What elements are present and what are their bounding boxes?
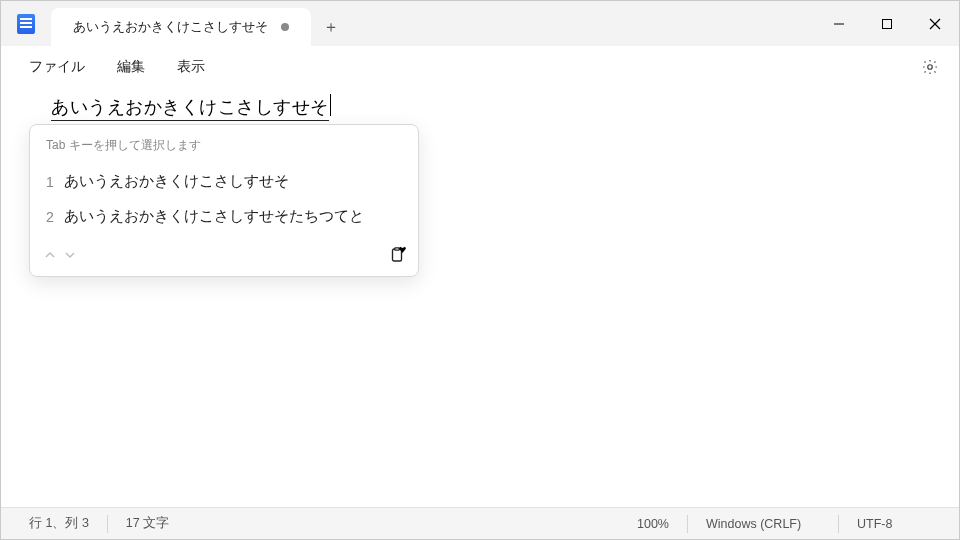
close-button[interactable]: [911, 1, 959, 46]
tab-title: あいうえおかきくけこさしすせそ: [73, 18, 269, 36]
plus-icon: ＋: [323, 17, 339, 38]
status-eol[interactable]: Windows (CRLF): [688, 508, 838, 539]
svg-rect-5: [393, 249, 402, 261]
minimize-button[interactable]: [815, 1, 863, 46]
statusbar: 行 1、列 3 17 文字 100% Windows (CRLF) UTF-8: [1, 507, 959, 539]
menu-file[interactable]: ファイル: [13, 52, 101, 82]
app-icon: [1, 1, 51, 46]
titlebar: あいうえおかきくけこさしすせそ ＋: [1, 1, 959, 46]
ime-prev-button[interactable]: [40, 245, 60, 265]
ime-candidate-window: Tab キーを押して選択します 1 あいうえおかきくけこさしすせそ 2 あいうえ…: [29, 124, 419, 277]
ime-candidate-index: 1: [46, 174, 64, 190]
status-encoding[interactable]: UTF-8: [839, 508, 949, 539]
document-tab[interactable]: あいうえおかきくけこさしすせそ: [51, 8, 311, 46]
new-tab-button[interactable]: ＋: [311, 8, 351, 46]
ime-candidate-index: 2: [46, 209, 64, 225]
unsaved-indicator-icon: [281, 23, 289, 31]
svg-point-4: [928, 64, 933, 69]
menu-view[interactable]: 表示: [161, 52, 221, 82]
maximize-icon: [881, 18, 893, 30]
ime-footer: [30, 238, 418, 276]
svg-rect-6: [395, 248, 400, 250]
maximize-button[interactable]: [863, 1, 911, 46]
text-caret: [330, 94, 331, 116]
ime-hint-text: Tab キーを押して選択します: [30, 125, 418, 164]
svg-rect-1: [883, 19, 892, 28]
ime-next-button[interactable]: [60, 245, 80, 265]
notepad-window: あいうえおかきくけこさしすせそ ＋ ファイル 編集 表示: [0, 0, 960, 540]
tab-strip: あいうえおかきくけこさしすせそ ＋: [51, 1, 815, 46]
status-position[interactable]: 行 1、列 3: [11, 508, 107, 539]
ime-candidate[interactable]: 1 あいうえおかきくけこさしすせそ: [36, 164, 412, 199]
gear-icon: [921, 58, 939, 76]
ime-candidate-list: 1 あいうえおかきくけこさしすせそ 2 あいうえおかきくけこさしすせそたちつてと: [30, 164, 418, 238]
status-zoom[interactable]: 100%: [619, 508, 687, 539]
notepad-icon: [17, 14, 35, 34]
ime-candidate[interactable]: 2 あいうえおかきくけこさしすせそたちつてと: [36, 199, 412, 234]
chevron-down-icon: [65, 250, 75, 260]
text-editor[interactable]: あいうえおかきくけこさしすせそ Tab キーを押して選択します 1 あいうえおか…: [1, 88, 959, 507]
minimize-icon: [833, 18, 845, 30]
chevron-up-icon: [45, 250, 55, 260]
close-icon: [929, 18, 941, 30]
status-char-count[interactable]: 17 文字: [108, 508, 187, 539]
ime-candidate-text: あいうえおかきくけこさしすせそたちつてと: [64, 207, 364, 226]
ime-candidate-text: あいうえおかきくけこさしすせそ: [64, 172, 289, 191]
window-controls: [815, 1, 959, 46]
ime-composition-text: あいうえおかきくけこさしすせそ: [51, 95, 329, 121]
menubar: ファイル 編集 表示: [1, 46, 959, 88]
ime-clipboard-button[interactable]: [386, 244, 408, 266]
settings-button[interactable]: [913, 50, 947, 84]
menu-edit[interactable]: 編集: [101, 52, 161, 82]
